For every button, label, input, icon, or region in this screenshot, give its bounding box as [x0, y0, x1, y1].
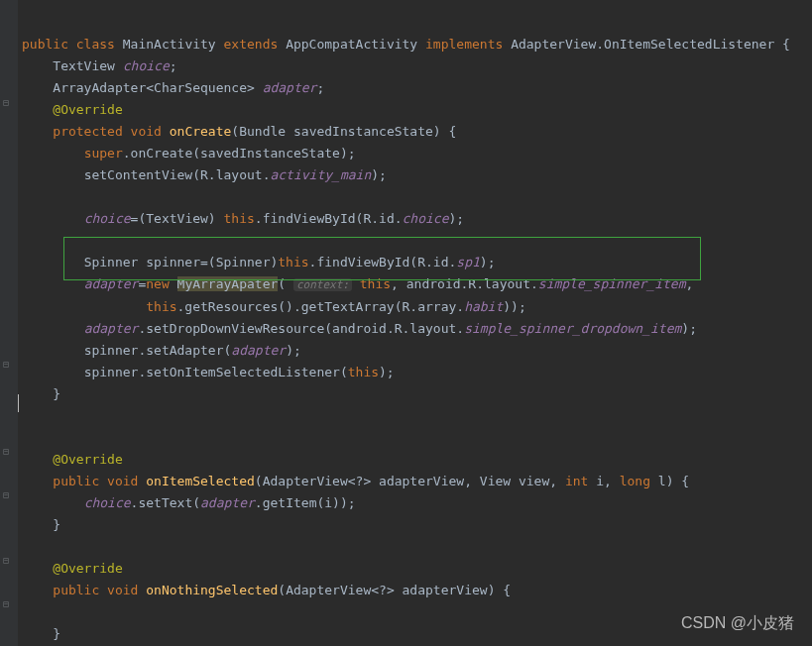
code-line: choice=(TextView) this.findViewById(R.id…: [22, 211, 464, 226]
code-line: setContentView(R.layout.activity_main);: [22, 167, 387, 182]
text-cursor: [18, 394, 19, 412]
fold-icon[interactable]: ⊟: [3, 359, 9, 370]
code-line: public void onItemSelected(AdapterView<?…: [22, 474, 689, 488]
code-line: }: [22, 517, 60, 532]
fold-icon[interactable]: ⊟: [3, 555, 9, 566]
code-line: choice.setText(adapter.getItem(i));: [22, 495, 356, 510]
fold-icon[interactable]: ⊟: [3, 489, 9, 500]
code-line: ArrayAdapter<CharSequence> adapter;: [22, 80, 324, 95]
fold-icon[interactable]: ⊟: [3, 97, 9, 108]
code-line: @Override: [22, 561, 123, 576]
code-editor[interactable]: ⊟ ⊟ ⊟ ⊟ ⊟ ⊟ public class MainActivity ex…: [0, 0, 812, 646]
code-line: spinner.setAdapter(adapter);: [22, 343, 301, 358]
fold-icon[interactable]: ⊟: [3, 446, 9, 457]
code-line: adapter.setDropDownViewResource(android.…: [22, 321, 697, 336]
code-line: protected void onCreate(Bundle savedInst…: [22, 124, 456, 139]
code-line: @Override: [22, 452, 123, 467]
code-line: super.onCreate(savedInstanceState);: [22, 146, 356, 161]
code-area[interactable]: public class MainActivity extends AppCom…: [18, 0, 790, 646]
gutter: ⊟ ⊟ ⊟ ⊟ ⊟ ⊟: [0, 0, 18, 646]
code-line: }: [22, 626, 60, 641]
code-line: public class MainActivity extends AppCom…: [22, 37, 790, 52]
watermark: CSDN @小皮猪: [681, 613, 794, 634]
code-line: Spinner spinner=(Spinner)this.findViewBy…: [22, 255, 495, 269]
code-line: adapter=new MyArrayApater( context: this…: [22, 276, 693, 291]
code-line: }: [22, 386, 60, 401]
code-line: TextView choice;: [22, 58, 177, 73]
code-line: public void onNothingSelected(AdapterVie…: [22, 583, 511, 597]
code-line: this.getResources().getTextArray(R.array…: [22, 299, 526, 314]
fold-icon[interactable]: ⊟: [3, 598, 9, 609]
code-line: @Override: [22, 102, 123, 117]
code-line: spinner.setOnItemSelectedListener(this);: [22, 365, 395, 379]
